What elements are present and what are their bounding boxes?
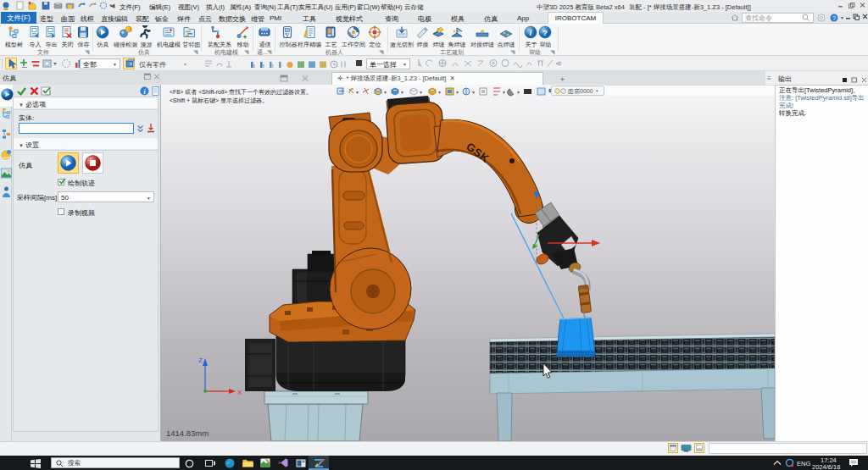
svg-text:Z: Z (198, 357, 203, 364)
svg-text:▼: ▼ (502, 90, 506, 95)
svg-text:▼: ▼ (516, 90, 520, 95)
svg-text:▼: ▼ (455, 90, 459, 95)
svg-text:▼: ▼ (437, 90, 442, 95)
svg-text:▼: ▼ (400, 90, 404, 95)
svg-text:1414.83mm: 1414.83mm (166, 429, 209, 438)
svg-text:▼: ▼ (383, 90, 387, 95)
svg-text:?: ? (542, 28, 548, 37)
svg-text:▼: ▼ (355, 90, 359, 95)
svg-text:?: ? (832, 14, 836, 20)
svg-text:i: i (530, 28, 532, 37)
svg-text:▼: ▼ (471, 90, 476, 95)
svg-text:X: X (237, 389, 242, 396)
svg-text:▼: ▼ (419, 90, 423, 95)
